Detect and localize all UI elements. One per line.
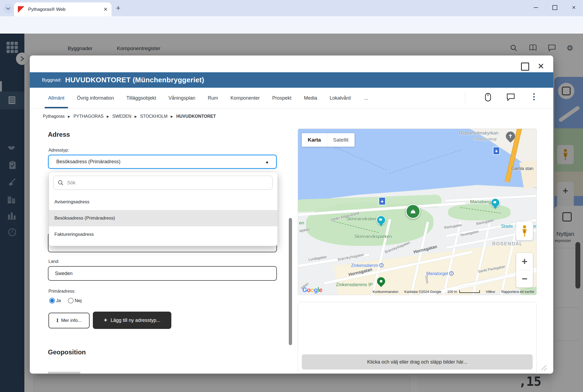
adresstyp-select[interactable]: Besöksadress (Primäradress) ▲: [48, 155, 277, 169]
dropdown-options: AviseringsadressBesöksadress (Primäradre…: [49, 194, 277, 243]
map-report-link[interactable]: Rapportera ett kartfel: [501, 290, 534, 294]
map-label: Skinnarviksparken: [354, 234, 392, 239]
mouse-pointer-icon[interactable]: [485, 93, 491, 102]
tab-lokalv-rd[interactable]: Lokalvård: [323, 88, 357, 109]
tab-till-ggsobjekt[interactable]: Tilläggsobjekt: [120, 88, 162, 109]
map-type-control: Karta Satellit: [302, 133, 355, 147]
add-adresstyp-button[interactable]: + Lägg till ny adresstyp...: [93, 312, 171, 329]
land-value: Sweden: [55, 271, 73, 276]
pythagoras-favicon: [18, 6, 24, 13]
dropdown-option[interactable]: Aviseringsadress: [49, 194, 277, 210]
camera-pin-icon[interactable]: [376, 215, 386, 225]
zoom-out-button[interactable]: −: [516, 270, 533, 287]
map-zoom-control: + −: [516, 253, 533, 288]
zoom-in-button[interactable]: +: [516, 253, 533, 270]
tab-search-button[interactable]: [3, 4, 13, 14]
tab-v-ningsplan[interactable]: Våningsplan: [162, 88, 201, 109]
map-label: en: [299, 220, 304, 226]
tab--vrig-information[interactable]: Övrig information: [71, 88, 120, 109]
search-icon: [58, 180, 63, 185]
radio-nej-label: Nej: [75, 298, 82, 303]
radio-nej[interactable]: [68, 298, 74, 303]
tabs-divider: [465, 92, 465, 104]
browser-toolbar: pim.pythagoras.se/py_datamanager_interna…: [0, 16, 583, 34]
tab-rum[interactable]: Rum: [202, 88, 224, 109]
land-field[interactable]: Sweden: [48, 266, 277, 281]
primaradress-radio-group: Ja Nej: [49, 298, 81, 303]
search-placeholder: Sök: [67, 180, 76, 186]
map-label: ZinkensdammT: [351, 263, 384, 268]
dropdown-option[interactable]: Besöksadress (Primäradress): [49, 210, 277, 226]
section-heading-adress: Adress: [48, 131, 70, 138]
info-icon: I: [57, 318, 58, 324]
new-tab-button[interactable]: +: [116, 4, 121, 12]
breadcrumb-separator: ▶: [171, 115, 173, 118]
clipped-label: [48, 372, 80, 374]
dialog-kebab-menu-icon[interactable]: ⋮: [530, 92, 538, 101]
primaradress-label: Primäradress:: [48, 289, 76, 294]
dialog-chat-icon[interactable]: [507, 93, 515, 101]
map-label: Gamla stan: [511, 166, 533, 171]
map-label: Zinkensdamms IP: [336, 282, 373, 288]
breadcrumb-separator: ▶: [68, 115, 70, 118]
map-terms-link[interactable]: Villkor: [486, 290, 495, 294]
window-maximize-button[interactable]: [546, 0, 564, 15]
map-data-text: Kartdata ©2024 Google: [404, 290, 441, 294]
breadcrumb-item[interactable]: STOCKHOLM: [140, 114, 168, 119]
map-label: MariatorgetT: [426, 271, 454, 276]
land-label: Land:: [48, 259, 59, 264]
image-dropzone[interactable]: Klicka och välj eller drag och släpp bil…: [302, 354, 533, 370]
ferry-icon[interactable]: [493, 147, 500, 155]
browser-tab-strip: Pythagoras® Web ✕ +: [0, 0, 583, 16]
tab-close-icon[interactable]: ✕: [103, 6, 108, 12]
pegman-control[interactable]: [516, 221, 533, 240]
dialog-close-icon[interactable]: ✕: [538, 61, 544, 71]
camera-pin-icon[interactable]: [491, 198, 500, 207]
google-map[interactable]: ✝ RiddarholmskyrkanTillfälligt stängtGam…: [298, 129, 537, 295]
tab-komponenter[interactable]: Komponenter: [224, 88, 266, 109]
map-label: Riddarholmskyrkan: [459, 130, 499, 136]
map-label: ROSENDAL: [492, 241, 523, 246]
ferry-icon[interactable]: [379, 197, 386, 205]
breadcrumb-separator: ▶: [135, 115, 137, 118]
dropdown-search-input[interactable]: Sök: [53, 176, 273, 190]
image-dropzone-card: Klicka och välj eller drag och släpp bil…: [298, 302, 537, 374]
breadcrumb[interactable]: Pythagoras▶PYTHAGORAS▶SWEDEN▶STOCKHOLM▶H…: [43, 114, 216, 119]
window-minimize-button[interactable]: [527, 0, 545, 15]
mer-info-label: Mer info...: [61, 318, 82, 323]
tab-allm-nt[interactable]: Allmänt: [42, 88, 71, 109]
tabs-overflow[interactable]: ...: [357, 95, 375, 101]
browser-tab[interactable]: Pythagoras® Web ✕: [14, 2, 112, 16]
window-close-button[interactable]: [565, 0, 582, 15]
chevron-up-icon: ▲: [265, 159, 269, 164]
breadcrumb-item[interactable]: Pythagoras: [43, 114, 65, 119]
dropdown-option[interactable]: Faktureringsadress: [49, 226, 277, 243]
breadcrumb-item[interactable]: HUVUDKONTORET: [176, 114, 216, 119]
map-type-karta-button[interactable]: Karta: [302, 133, 327, 147]
adresstyp-value: Besöksadress (Primäradress): [56, 159, 120, 165]
map-label: Brännkyrkagatan: [337, 253, 364, 262]
mer-info-button[interactable]: I Mer info...: [48, 313, 90, 328]
map-shortcuts-link[interactable]: Kortkommandon: [372, 290, 398, 294]
tab-title: Pythagoras® Web: [28, 7, 101, 12]
tab-media[interactable]: Media: [298, 88, 323, 109]
tabs-bottom-line: [30, 108, 553, 109]
section-heading-geoposition: Geoposition: [48, 348, 86, 356]
adresstyp-dropdown: Sök AviseringsadressBesöksadress (Primär…: [49, 172, 278, 246]
dialog-resize-handle[interactable]: [540, 364, 547, 371]
building-dialog: ✕ Byggnad: HUVUDKONTORET (Münchenbrygger…: [30, 55, 553, 374]
tab-prospekt[interactable]: Prospekt: [266, 88, 298, 109]
map-type-satellit-button[interactable]: Satellit: [327, 133, 355, 147]
dialog-scrollbar[interactable]: [289, 218, 292, 345]
dialog-title-bar: Byggnad: HUVUDKONTORET (Münchenbryggerie…: [30, 72, 553, 88]
map-attribution: Kortkommandon Kartdata ©2024 Google 100 …: [298, 288, 537, 295]
breadcrumb-separator: ▶: [107, 115, 109, 118]
metro-icon: T: [379, 263, 384, 267]
dialog-title: HUVUDKONTORET (Münchenbryggeriet): [65, 76, 204, 84]
building-location-marker[interactable]: [406, 204, 420, 219]
breadcrumb-item[interactable]: PYTHAGORAS: [73, 114, 103, 119]
dialog-maximize-icon[interactable]: [521, 63, 529, 71]
map-scale-text: 100 m: [447, 290, 457, 294]
radio-ja[interactable]: [49, 298, 55, 303]
breadcrumb-item[interactable]: SWEDEN: [112, 114, 131, 119]
